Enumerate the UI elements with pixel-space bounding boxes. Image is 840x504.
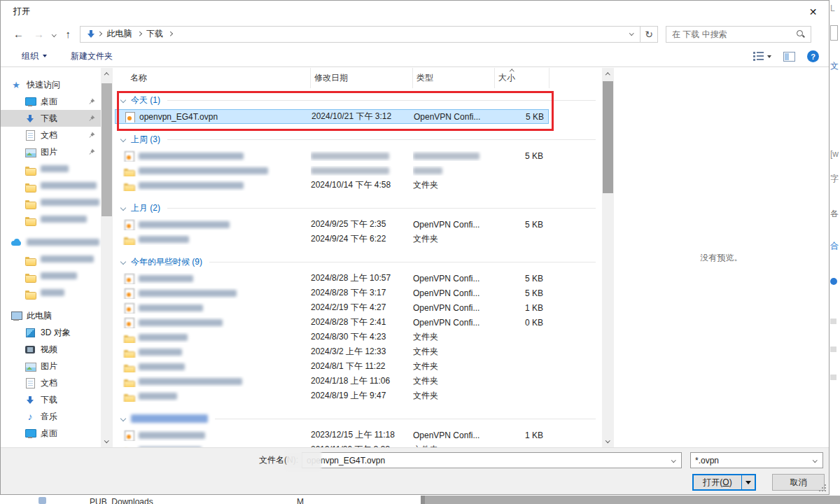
sidebar-scrollbar[interactable] — [101, 68, 113, 447]
file-list-scrollbar[interactable] — [602, 68, 614, 447]
sidebar-item-documents-pinned[interactable]: 文档 — [1, 127, 101, 144]
file-row[interactable]: 2024/9/24 下午 6:22文件夹 — [115, 232, 549, 246]
redacted-file-name — [139, 349, 182, 356]
file-date-cell: 2023/12/15 上午 11:18 — [311, 429, 413, 441]
file-row[interactable]: 2024/8/28 下午 3:17OpenVPN Confi...5 KB — [115, 286, 549, 300]
file-type: 文件夹 — [413, 180, 438, 190]
sidebar-item-redacted-folder-3[interactable] — [1, 194, 101, 211]
file-row[interactable]: 2024/8/1 下午 11:22文件夹 — [115, 359, 549, 374]
recent-locations-chevron-icon[interactable] — [52, 32, 56, 36]
sidebar-item-pictures[interactable]: 图片 — [1, 358, 101, 374]
sidebar-item-quick-access[interactable]: 快速访问 — [1, 76, 101, 93]
sidebar-item-redacted-folder-1[interactable] — [1, 160, 101, 177]
open-button[interactable]: 打开(O) — [692, 474, 756, 491]
up-button[interactable]: ↑ — [66, 29, 71, 39]
change-view-button[interactable] — [753, 52, 771, 61]
sidebar-item-redacted-folder-7[interactable] — [1, 284, 101, 301]
group-header[interactable]: 今年的早些时候 (9) — [115, 253, 596, 271]
file-row[interactable]: 2024/10/14 下午 4:58文件夹 — [115, 178, 549, 192]
group-header[interactable]: 今天 (1) — [115, 91, 596, 109]
file-group: 上周 (3)5 KB2024/10/14 下午 4:58文件夹 — [115, 130, 600, 192]
preview-pane-toggle-button[interactable] — [783, 52, 795, 62]
file-row[interactable]: 2024/8/30 下午 4:23文件夹 — [115, 330, 549, 344]
column-header-size[interactable]: 大小 — [495, 68, 550, 88]
filename-dropdown-chevron-icon[interactable] — [671, 458, 676, 462]
file-size: 5 KB — [525, 151, 543, 161]
sidebar-item-desktop-pinned[interactable]: 桌面 — [1, 93, 101, 110]
file-row[interactable]: 2024/2/19 下午 4:27OpenVPN Confi...1 KB — [115, 300, 549, 315]
group-header[interactable] — [115, 410, 596, 428]
sidebar-item-videos[interactable]: 视频 — [1, 341, 101, 358]
ovpn-file-icon — [123, 219, 134, 230]
file-size: 5 KB — [525, 288, 543, 298]
scrollbar-thumb[interactable] — [102, 83, 112, 216]
file-type: OpenVPN Confi... — [414, 112, 480, 122]
file-type-cell: OpenVPN Confi... — [413, 274, 495, 284]
scroll-up-button[interactable] — [101, 68, 113, 80]
file-row[interactable]: 2024/3/2 上午 12:33文件夹 — [115, 344, 549, 359]
column-header-date[interactable]: 修改日期 — [311, 68, 413, 88]
file-name-cell — [115, 219, 311, 230]
open-file-dialog: 打开 ✕ ← → ↑ 此电脑 下载 ↻ 组织 新建文件夹 — [0, 0, 830, 495]
file-row-selected[interactable]: openvpn_EG4T.ovpn2024/10/21 下午 3:12OpenV… — [115, 109, 549, 124]
organize-button[interactable]: 组织 — [22, 50, 47, 62]
sidebar-item-redacted-folder-5[interactable] — [1, 251, 101, 267]
file-row[interactable]: 2024/8/28 下午 2:41OpenVPN Confi...0 KB — [115, 315, 549, 330]
open-split-arrow[interactable] — [741, 475, 755, 489]
sidebar-item-redacted-cloud[interactable] — [1, 234, 101, 251]
file-row[interactable]: 2024/8/28 上午 10:57OpenVPN Confi...5 KB — [115, 271, 549, 286]
navigation-bar: ← → ↑ 此电脑 下载 ↻ — [1, 22, 829, 46]
cancel-button[interactable]: 取消 — [772, 474, 825, 491]
file-row[interactable]: 2024/1/18 上午 11:06文件夹 — [115, 374, 549, 388]
filetype-filter-dropdown[interactable]: *.ovpn — [690, 452, 823, 468]
sidebar-item-music[interactable]: 音乐 — [1, 408, 101, 425]
file-row[interactable]: 2024/9/25 下午 2:35OpenVPN Confi...5 KB — [115, 217, 549, 232]
scroll-up-button[interactable] — [602, 68, 614, 80]
file-row[interactable]: 2024/8/19 上午 9:47文件夹 — [115, 388, 549, 403]
sidebar-item-this-pc[interactable]: 此电脑 — [1, 307, 101, 324]
breadcrumb-downloads[interactable]: 下载 — [142, 28, 167, 40]
scroll-down-button[interactable] — [101, 435, 113, 447]
sidebar-item-redacted-folder-6[interactable] — [1, 267, 101, 284]
file-row[interactable]: 5 KB — [115, 148, 549, 163]
filter-dropdown-chevron-icon[interactable] — [813, 458, 817, 462]
scroll-down-button[interactable] — [602, 435, 614, 447]
file-row[interactable]: 2023/12/15 上午 11:18OpenVPN Confi...1 KB — [115, 428, 549, 442]
cloud-icon — [10, 237, 22, 248]
new-folder-button[interactable]: 新建文件夹 — [71, 50, 113, 62]
resize-grip[interactable] — [825, 490, 826, 491]
sidebar-item-3d-objects[interactable]: 3D 对象 — [1, 324, 101, 341]
file-row[interactable]: 2019/11/20 下午 3:33文件夹 — [115, 442, 549, 447]
address-bar[interactable]: 此电脑 下载 — [80, 26, 640, 43]
sidebar-item-desktop[interactable]: 桌面 — [1, 425, 101, 442]
sidebar-item-redacted-folder-2[interactable] — [1, 177, 101, 194]
sidebar-item-pictures-pinned[interactable]: 图片 — [1, 144, 101, 160]
group-header[interactable]: 上月 (2) — [115, 199, 596, 217]
sidebar-item-downloads-pinned[interactable]: 下载 — [1, 110, 101, 127]
ovpn-file-icon — [123, 288, 134, 299]
background-glyph-fragment: L — [830, 4, 835, 13]
group-header[interactable]: 上周 (3) — [115, 130, 596, 148]
sidebar-item-documents[interactable]: 文档 — [1, 374, 101, 391]
close-button[interactable]: ✕ — [797, 1, 829, 22]
forward-button[interactable]: → — [34, 29, 44, 39]
search-box[interactable] — [666, 26, 811, 43]
scrollbar-thumb[interactable] — [603, 81, 613, 193]
file-name-cell — [115, 361, 311, 372]
filename-input[interactable]: openvpn_EG4T.ovpn — [302, 452, 682, 468]
file-date: 2024/9/24 下午 6:22 — [311, 234, 386, 244]
address-dropdown-chevron-icon[interactable] — [629, 31, 634, 35]
column-header-type[interactable]: 类型 — [413, 68, 495, 88]
back-button[interactable]: ← — [13, 29, 24, 39]
column-header-name[interactable]: 名称 — [115, 68, 311, 88]
search-input[interactable] — [672, 29, 796, 39]
sidebar-item-redacted-folder-4[interactable] — [1, 211, 101, 227]
sidebar-item-downloads[interactable]: 下载 — [1, 391, 101, 408]
file-name-cell — [115, 317, 311, 328]
desktop-icon — [24, 428, 36, 439]
help-button[interactable]: ? — [807, 50, 819, 62]
group-header-line — [167, 208, 596, 209]
file-row[interactable] — [115, 163, 549, 178]
breadcrumb-this-pc[interactable]: 此电脑 — [103, 28, 136, 40]
refresh-button[interactable]: ↻ — [640, 26, 658, 43]
